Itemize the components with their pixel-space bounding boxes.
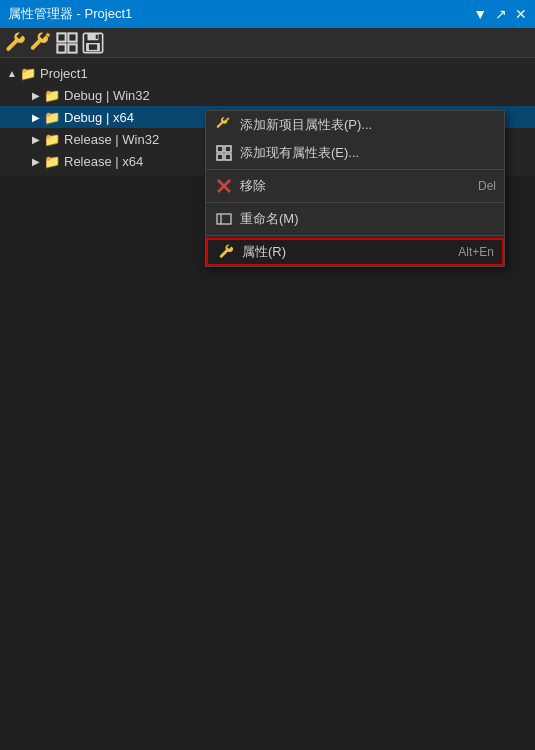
- svg-rect-11: [217, 154, 223, 160]
- menu-item-properties[interactable]: 属性(R) Alt+En: [206, 238, 504, 266]
- svg-rect-7: [89, 44, 97, 50]
- menu-item-remove[interactable]: 移除 Del: [206, 172, 504, 200]
- root-folder-icon: 📁: [20, 66, 36, 81]
- tree-root-label: Project1: [40, 66, 88, 81]
- folder-icon: 📁: [44, 154, 60, 169]
- svg-rect-10: [225, 146, 231, 152]
- toolbar: [0, 28, 535, 58]
- menu-separator-3: [206, 235, 504, 236]
- menu-item-add-new[interactable]: 添加新项目属性表(P)...: [206, 111, 504, 139]
- menu-separator-2: [206, 202, 504, 203]
- svg-rect-8: [96, 34, 98, 38]
- add-new-icon: [214, 115, 234, 135]
- remove-label: 移除: [240, 177, 470, 195]
- properties-label: 属性(R): [242, 243, 450, 261]
- svg-rect-3: [68, 44, 76, 52]
- rename-label: 重命名(M): [240, 210, 496, 228]
- remove-icon: [214, 176, 234, 196]
- rename-icon: [214, 209, 234, 229]
- arrow-icon: ▶: [28, 134, 44, 145]
- tree-item-label: Debug | Win32: [64, 88, 150, 103]
- add-existing-icon: [214, 143, 234, 163]
- save-button[interactable]: [82, 32, 104, 54]
- add-existing-label: 添加现有属性表(E)...: [240, 144, 496, 162]
- properties-shortcut: Alt+En: [458, 245, 494, 259]
- menu-separator-1: [206, 169, 504, 170]
- svg-rect-12: [225, 154, 231, 160]
- folder-icon: 📁: [44, 88, 60, 103]
- close-icon[interactable]: ✕: [515, 6, 527, 22]
- menu-item-add-existing[interactable]: 添加现有属性表(E)...: [206, 139, 504, 167]
- arrow-icon: ▲: [4, 68, 20, 79]
- wrench-button[interactable]: [4, 32, 26, 54]
- tree-item-label: Release | x64: [64, 154, 143, 169]
- folder-icon: 📁: [44, 132, 60, 147]
- svg-rect-2: [57, 44, 65, 52]
- arrow-icon: ▶: [28, 156, 44, 167]
- star-wrench-icon: [30, 32, 52, 54]
- float-icon[interactable]: ↗: [495, 6, 507, 22]
- title-bar: 属性管理器 - Project1 ▼ ↗ ✕: [0, 0, 535, 28]
- tree-root[interactable]: ▲ 📁 Project1: [0, 62, 535, 84]
- svg-rect-15: [217, 214, 231, 224]
- grid-button[interactable]: [56, 32, 78, 54]
- properties-icon: [216, 242, 236, 262]
- tree-item-debug-win32[interactable]: ▶ 📁 Debug | Win32: [0, 84, 535, 106]
- context-menu: 添加新项目属性表(P)... 添加现有属性表(E)... 移除 Del: [205, 110, 505, 267]
- remove-shortcut: Del: [478, 179, 496, 193]
- tree-item-label: Release | Win32: [64, 132, 159, 147]
- wrench-icon: [4, 32, 26, 54]
- save-icon: [82, 32, 104, 54]
- svg-rect-9: [217, 146, 223, 152]
- title-bar-icons: ▼ ↗ ✕: [473, 6, 527, 22]
- grid-icon: [56, 32, 78, 54]
- svg-rect-1: [68, 33, 76, 41]
- title-bar-text: 属性管理器 - Project1: [8, 5, 473, 23]
- svg-rect-0: [57, 33, 65, 41]
- star-wrench-button[interactable]: [30, 32, 52, 54]
- folder-icon: 📁: [44, 110, 60, 125]
- add-new-label: 添加新项目属性表(P)...: [240, 116, 496, 134]
- tree-item-label: Debug | x64: [64, 110, 134, 125]
- arrow-icon: ▶: [28, 90, 44, 101]
- arrow-icon: ▶: [28, 112, 44, 123]
- menu-item-rename[interactable]: 重命名(M): [206, 205, 504, 233]
- pin-icon[interactable]: ▼: [473, 6, 487, 22]
